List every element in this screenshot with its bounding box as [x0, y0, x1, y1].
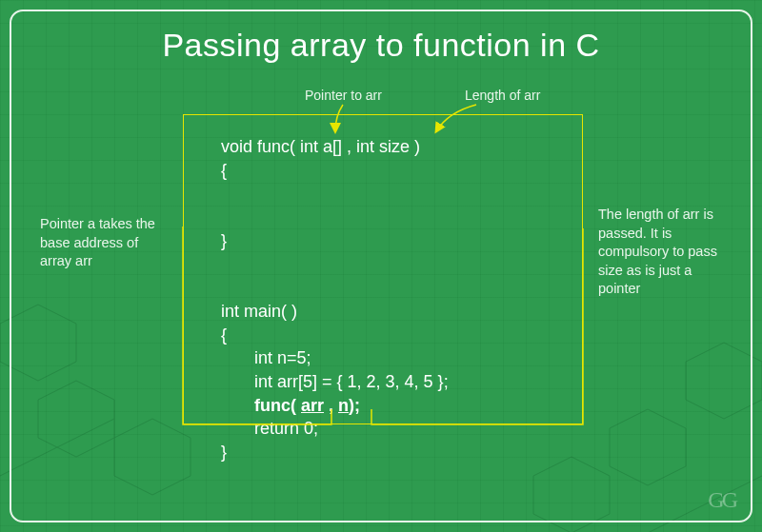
code-line-10: }: [221, 443, 449, 463]
code-blank: [221, 207, 449, 227]
code-line-5: {: [221, 325, 449, 345]
code-blank: [221, 184, 449, 204]
code-blank: [221, 278, 449, 298]
code-line-6: int n=5;: [221, 348, 449, 368]
watermark-logo: GG: [708, 487, 735, 513]
annotation-pointer-to-arr: Pointer to arr: [305, 88, 382, 103]
code-line-9: return 0;: [221, 419, 449, 439]
code-line-7: int arr[5] = { 1, 2, 3, 4, 5 };: [221, 372, 449, 392]
code-line-1: void func( int a[] , int size ): [221, 137, 449, 157]
code-line-3: }: [221, 231, 449, 251]
annotation-length-of-arr: Length of arr: [465, 88, 540, 103]
code-snippet: void func( int a[] , int size ) { } int …: [221, 133, 449, 466]
code-token-arr: arr: [301, 396, 324, 415]
code-token-n: n: [338, 396, 349, 415]
code-line-8: func( arr , n);: [221, 396, 449, 416]
code-line-4: int main( ): [221, 302, 449, 322]
diagram-title: Passing array to function in C: [0, 27, 762, 64]
code-blank: [221, 254, 449, 274]
annotation-left-note: Pointer a takes the base address of arra…: [40, 215, 173, 271]
annotation-right-note: The length of arr is passed. It is compu…: [598, 206, 732, 299]
code-line-2: {: [221, 161, 449, 181]
